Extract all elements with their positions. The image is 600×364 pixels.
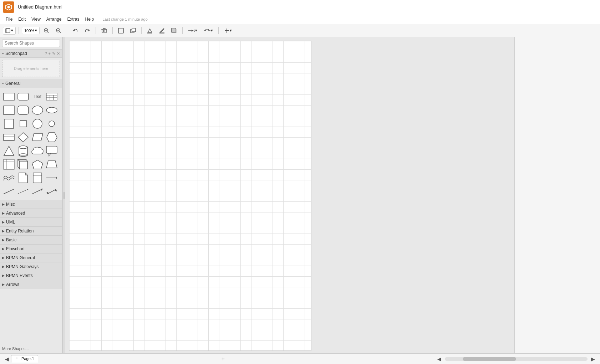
shape-text[interactable]: Text: [31, 90, 44, 103]
page-tab-1[interactable]: ⋮ Page-1: [11, 355, 38, 363]
general-arrow-icon: ▾: [2, 82, 4, 85]
shape-hexagon[interactable]: [45, 131, 59, 144]
page-tab-1-menu[interactable]: ⋮: [15, 357, 19, 361]
category-entity-relation[interactable]: ▶ Entity Relation: [0, 227, 62, 236]
svg-line-71: [47, 189, 56, 194]
svg-line-68: [18, 189, 29, 194]
shape-callout[interactable]: [45, 144, 59, 157]
svg-rect-17: [147, 32, 152, 34]
svg-rect-28: [4, 93, 14, 100]
shape-cylinder[interactable]: [16, 144, 30, 157]
bpmn-general-label: BPMN General: [6, 255, 35, 260]
shape-3d-box[interactable]: [16, 158, 30, 171]
delete-button[interactable]: [99, 26, 110, 35]
scratchpad-help-icon[interactable]: ?: [45, 51, 47, 56]
canvas-inner[interactable]: [65, 37, 514, 353]
search-input[interactable]: [5, 41, 58, 46]
more-shapes-button[interactable]: More Shapes...: [2, 347, 29, 351]
shape-process-bar[interactable]: [2, 131, 16, 144]
svg-point-0: [7, 6, 10, 8]
connection-style-button[interactable]: ▾: [185, 26, 200, 35]
undo-button[interactable]: [70, 26, 81, 35]
advanced-label: Advanced: [6, 211, 25, 216]
fill-color-button[interactable]: [144, 26, 155, 35]
category-advanced[interactable]: ▶ Advanced: [0, 209, 62, 218]
svg-point-51: [19, 146, 27, 149]
separator-3: [96, 27, 96, 34]
shape-ellipse[interactable]: [31, 104, 44, 117]
sidebar-collapse-handle[interactable]: [62, 37, 65, 353]
scroll-track[interactable]: [445, 357, 588, 361]
redo-button[interactable]: [82, 26, 93, 35]
category-general[interactable]: ▾ General: [0, 79, 62, 88]
scratchpad-edit-icon[interactable]: ✎: [52, 51, 55, 56]
shape-cloud[interactable]: [31, 144, 44, 157]
line-color-button[interactable]: [157, 26, 167, 35]
menu-view[interactable]: View: [29, 15, 44, 23]
menubar: File Edit View Arrange Extras Help Last …: [0, 14, 600, 24]
shape-line[interactable]: [45, 171, 59, 184]
shape-circle-small[interactable]: [45, 117, 59, 130]
shape-square[interactable]: [2, 117, 16, 130]
shape-table[interactable]: [45, 90, 59, 103]
shape-line-plain[interactable]: [2, 185, 16, 198]
shape-process[interactable]: [2, 90, 16, 103]
shape-parallelogram[interactable]: [31, 131, 44, 144]
category-bpmn-events[interactable]: ▶ BPMN Events: [0, 271, 62, 280]
shape-wave[interactable]: [2, 171, 16, 184]
waypoint-button[interactable]: ▾: [201, 26, 215, 35]
category-flowchart[interactable]: ▶ Flowchart: [0, 245, 62, 253]
menu-arrange[interactable]: Arrange: [44, 15, 65, 23]
category-bpmn-general[interactable]: ▶ BPMN General: [0, 253, 62, 262]
shape-line-arrow[interactable]: [31, 185, 44, 198]
menu-help[interactable]: Help: [82, 15, 97, 23]
svg-line-9: [60, 32, 61, 33]
shape-square-small[interactable]: [16, 117, 30, 130]
category-arrows[interactable]: ▶ Arrows: [0, 280, 62, 289]
shape-process-rounded[interactable]: [16, 90, 30, 103]
scroll-left-button[interactable]: ◀: [435, 355, 443, 363]
menu-file[interactable]: File: [3, 15, 15, 23]
shape-rect[interactable]: [2, 104, 16, 117]
shape-rect-rounded2[interactable]: [16, 104, 30, 117]
shape-pentagon[interactable]: [31, 158, 44, 171]
shape-ellipse-flat[interactable]: [45, 104, 59, 117]
shadow-button[interactable]: [169, 26, 179, 35]
canvas[interactable]: [69, 41, 311, 351]
diagram-format-dropdown[interactable]: ▾: [3, 27, 16, 35]
insert-button[interactable]: ▾: [222, 26, 234, 35]
scratchpad-close-icon[interactable]: ✕: [57, 51, 60, 56]
zoom-dropdown[interactable]: 100% ▾: [22, 27, 40, 34]
format-button[interactable]: [116, 26, 126, 35]
category-bpmn-gateways[interactable]: ▶ BPMN Gateways: [0, 262, 62, 271]
shape-cross-table[interactable]: [2, 158, 16, 171]
scroll-thumb[interactable]: [463, 357, 516, 361]
shape-line-bidir[interactable]: [45, 185, 59, 198]
category-uml[interactable]: ▶ UML: [0, 218, 62, 227]
shape-line-dashed[interactable]: [16, 185, 30, 198]
scroll-right-button[interactable]: ▶: [589, 355, 597, 363]
category-misc[interactable]: ▶ Misc: [0, 200, 62, 209]
shape-triangle[interactable]: [2, 144, 16, 157]
zoom-out-button[interactable]: [53, 26, 64, 35]
chevron-down-icon: ▾: [11, 28, 13, 33]
shape-trapezoid[interactable]: [45, 158, 59, 171]
menu-extras[interactable]: Extras: [65, 15, 82, 23]
shape-circle[interactable]: [31, 117, 44, 130]
scratchpad-add-icon[interactable]: +: [49, 51, 51, 56]
shape-card[interactable]: [31, 171, 44, 184]
drag-zone[interactable]: Drag elements here: [2, 60, 60, 77]
menu-edit[interactable]: Edit: [15, 15, 29, 23]
shape-note[interactable]: [16, 171, 30, 184]
zoom-chevron-icon: ▾: [35, 28, 37, 33]
svg-rect-10: [102, 29, 106, 33]
add-page-button[interactable]: +: [219, 355, 227, 363]
to-front-button[interactable]: [128, 26, 138, 35]
page-prev-button[interactable]: ◀: [3, 355, 11, 363]
shape-diamond[interactable]: [16, 131, 30, 144]
zoom-in-button[interactable]: [41, 26, 52, 35]
search-box[interactable]: [2, 39, 60, 47]
category-basic[interactable]: ▶ Basic: [0, 236, 62, 245]
flowchart-arrow-icon: ▶: [2, 247, 5, 251]
svg-line-69: [32, 189, 42, 194]
